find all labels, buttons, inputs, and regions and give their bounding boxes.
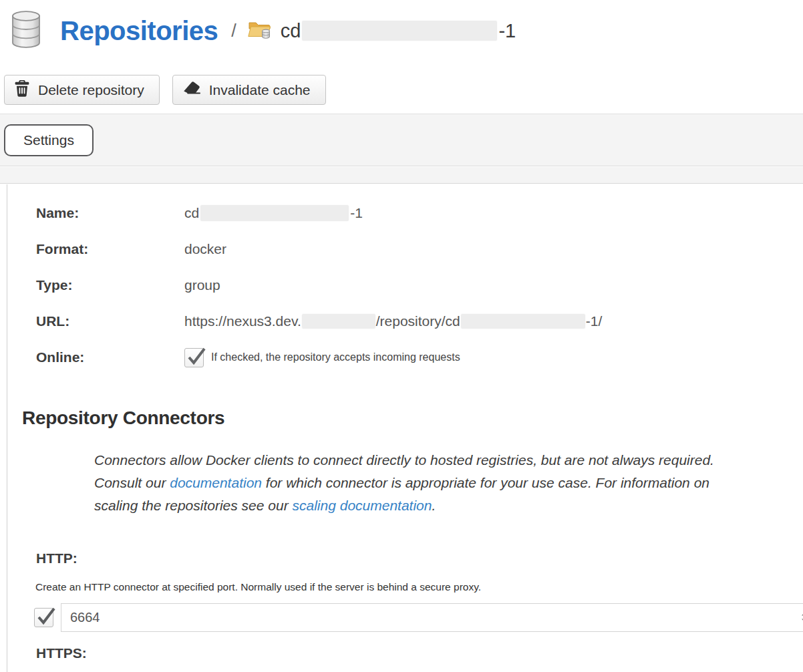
repo-name-prefix: cd [281,20,301,42]
online-value: If checked, the repository accepts incom… [184,348,460,367]
online-checkbox[interactable] [184,348,204,367]
format-value: docker [184,241,226,257]
type-label: Type: [36,277,184,293]
name-value-prefix: cd [184,205,199,221]
name-value: cd-1 [184,205,363,221]
invalidate-cache-label: Invalidate cache [209,82,311,98]
url-value-middle: /repository/cd [376,313,460,329]
field-row-format: Format: docker [36,231,226,267]
delete-repository-button[interactable]: Delete repository [4,75,160,105]
http-port-input[interactable] [61,603,803,632]
url-label: URL: [36,313,184,329]
redacted-text [461,314,585,329]
url-value-suffix: -1/ [586,313,603,329]
https-connector-label: HTTPS: [36,645,87,661]
documentation-link[interactable]: documentation [170,475,262,490]
redacted-text [302,314,375,329]
redacted-text [302,21,497,41]
redacted-text [200,205,349,221]
name-label: Name: [36,205,184,221]
http-connector-label: HTTP: [36,550,77,566]
eraser-icon [183,81,200,99]
field-row-url: URL: https://nexus3.dev./repository/cd-1… [36,303,602,339]
http-port-row [34,601,803,633]
connectors-help-text: Connectors allow Docker clients to conne… [94,449,736,517]
intro-text-3: . [432,498,436,513]
panel-header-strip [0,167,803,184]
database-icon [9,11,43,51]
invalidate-cache-button[interactable]: Invalidate cache [172,75,326,105]
tab-settings-label: Settings [23,132,74,148]
folder-repository-icon [247,18,273,43]
checkmark-icon [186,343,206,366]
url-value: https://nexus3.dev./repository/cd-1/ [184,313,602,329]
trash-icon [15,80,29,100]
tab-settings[interactable]: Settings [4,124,94,156]
delete-repository-label: Delete repository [38,82,144,98]
format-label: Format: [36,241,184,257]
http-connector-help: Create an HTTP connector at specified po… [35,581,481,593]
http-connector-checkbox[interactable] [34,608,53,627]
breadcrumb: Repositories / cd-1 [9,11,516,51]
field-row-name: Name: cd-1 [36,195,363,231]
checkmark-icon [36,603,56,626]
online-label: Online: [36,349,184,365]
repository-name: cd-1 [281,20,516,42]
http-port-input-wrap [61,603,803,632]
tab-bar: Settings [0,114,803,166]
repository-connectors-heading: Repository Connectors [22,407,224,429]
repo-name-suffix: -1 [498,20,516,42]
type-value: group [184,277,220,293]
url-value-prefix: https://nexus3.dev. [184,313,301,329]
repository-toolbar: Delete repository Invalidate cache [4,75,326,105]
name-value-suffix: -1 [350,205,363,221]
breadcrumb-separator: / [231,21,236,41]
field-row-type: Type: group [36,267,220,303]
scaling-documentation-link[interactable]: scaling documentation [293,498,432,513]
online-caption: If checked, the repository accepts incom… [211,351,460,363]
settings-panel: Name: cd-1 Format: docker Type: group UR… [7,184,803,672]
field-row-online: Online: If checked, the repository accep… [36,339,460,375]
repositories-breadcrumb-link[interactable]: Repositories [60,16,218,46]
